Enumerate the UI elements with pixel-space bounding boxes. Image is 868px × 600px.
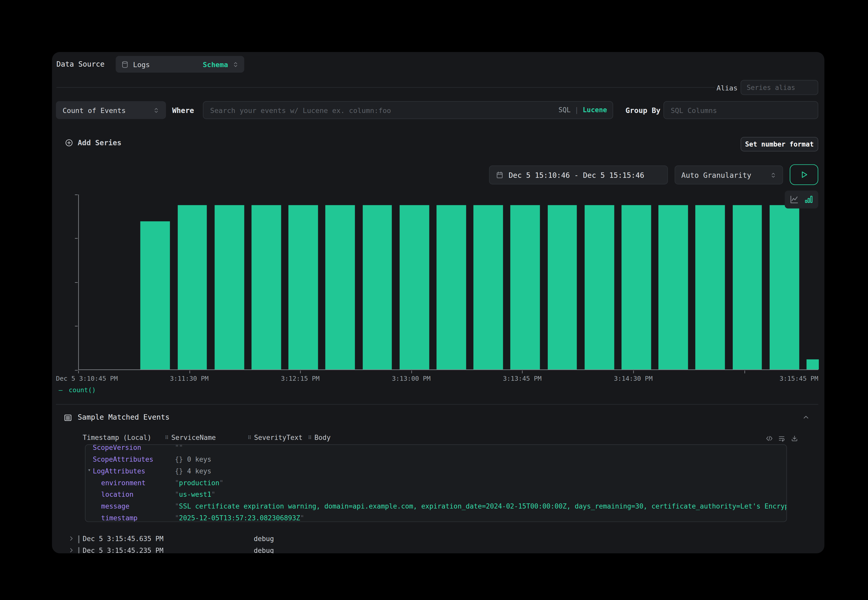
group-by-label: Group By [626, 106, 660, 115]
expand-triangle-icon[interactable]: ▾ [88, 467, 91, 473]
alias-divider [56, 87, 715, 88]
column-header-body[interactable]: ⠿Body [308, 434, 330, 442]
line-chart-icon[interactable] [790, 195, 799, 204]
section-divider [56, 404, 818, 405]
data-source-select[interactable]: Logs Schema [116, 56, 244, 73]
json-value: {} 4 keys [175, 467, 211, 475]
chart-bar [177, 205, 207, 370]
sql-toggle[interactable]: SQL [559, 106, 571, 114]
event-timestamp: Dec 5 3:15:45.635 PM [83, 535, 164, 543]
chart-legend: — count() [59, 386, 96, 394]
legend-dash: — [59, 386, 62, 394]
group-by-input[interactable]: SQL Columns [663, 101, 818, 119]
chevrons-updown-icon [770, 171, 776, 179]
x-axis-tick-label: 3:13:45 PM [503, 374, 542, 382]
chart-bar [806, 360, 819, 370]
x-axis-tick-mark [411, 370, 412, 373]
y-axis-tick-mark [75, 282, 78, 283]
sample-matched-events-title: Sample Matched Events [78, 413, 170, 421]
chart-bar [621, 205, 651, 370]
json-detail-row[interactable]: ScopeVersion"" [86, 444, 786, 454]
expanded-log-attributes-panel: ScopeVersion""ScopeAttributes{} 0 keys▾L… [85, 444, 787, 522]
bar-chart-icon[interactable] [804, 195, 813, 204]
chart-bar [251, 205, 281, 370]
drag-handle-icon[interactable]: ⠿ [247, 435, 251, 440]
where-label: Where [172, 106, 194, 115]
json-key[interactable]: location [101, 491, 133, 498]
y-axis-tick-mark [75, 370, 78, 370]
chart-bar [399, 205, 429, 370]
chart-bar [436, 205, 466, 370]
x-axis-tick-mark [300, 370, 301, 373]
string-value: production [179, 479, 220, 487]
add-series-button[interactable]: Add Series [65, 139, 121, 147]
set-number-format-button[interactable]: Set number format [741, 137, 818, 152]
json-value: "SSL certificate expiration warning, dom… [175, 502, 787, 510]
chart-bar [473, 205, 503, 370]
time-range-value: Dec 5 15:10:46 - Dec 5 15:15:46 [509, 171, 644, 179]
column-header-severitytext[interactable]: ⠿SeverityText [247, 434, 302, 442]
aggregate-value: Count of Events [62, 106, 126, 114]
run-query-button[interactable] [790, 164, 818, 185]
json-detail-row[interactable]: location"us-west1" [86, 489, 786, 502]
json-key[interactable]: message [101, 502, 129, 510]
chevrons-updown-icon [153, 106, 159, 114]
x-axis-tick-mark [744, 370, 745, 373]
json-detail-row[interactable]: timestamp"2025-12-05T13:57:23.082306893Z… [86, 513, 786, 522]
language-toggle-divider: | [575, 106, 579, 114]
wrap-text-icon[interactable] [778, 435, 785, 442]
page: Data Source Logs Schema Alias Series ali… [0, 0, 868, 600]
chevron-right-icon[interactable] [68, 547, 74, 553]
chevrons-updown-icon [233, 61, 239, 68]
json-key[interactable]: ScopeVersion [93, 444, 141, 452]
event-row[interactable]: Dec 5 3:15:45.235 PMdebug [52, 545, 824, 553]
search-input[interactable]: Search your events w/ Lucene ex. column:… [203, 101, 613, 119]
chart-bar [140, 221, 170, 370]
event-row[interactable]: Dec 5 3:15:45.635 PMdebug [52, 533, 824, 545]
x-axis-tick-label: 3:11:30 PM [170, 374, 209, 382]
collapse-section-chevron-up-icon[interactable] [802, 414, 810, 421]
x-axis-tick-mark [189, 370, 190, 373]
drag-handle-icon[interactable]: ⠿ [308, 435, 312, 440]
granularity-select[interactable]: Auto Granularity [674, 165, 783, 185]
calendar-icon [496, 171, 504, 179]
time-range-picker[interactable]: Dec 5 15:10:46 - Dec 5 15:15:46 [489, 165, 668, 185]
y-axis-tick-mark [75, 238, 78, 238]
chart-type-toggle [785, 191, 818, 209]
legend-series-label: count() [69, 386, 96, 394]
chart-bar [695, 205, 725, 370]
json-detail-row[interactable]: ScopeAttributes{} 0 keys [86, 455, 786, 466]
schema-link[interactable]: Schema [203, 60, 228, 69]
x-axis-tick-mark [78, 370, 79, 373]
series-alias-input[interactable]: Series alias [741, 80, 818, 95]
json-key[interactable]: environment [101, 479, 145, 487]
json-value: "us-west1" [175, 491, 215, 498]
data-source-value: Logs [133, 60, 150, 69]
language-toggle[interactable]: SQL | Lucene [559, 106, 607, 114]
chart-bar [585, 205, 614, 370]
json-key[interactable]: ScopeAttributes [93, 456, 153, 464]
column-header-label: Timestamp (Local) [83, 434, 151, 442]
string-value: 2025-12-05T13:57:23.082306893Z [179, 514, 300, 522]
granularity-value: Auto Granularity [681, 171, 751, 179]
code-icon[interactable] [766, 435, 773, 442]
series-alias-placeholder: Series alias [747, 83, 795, 91]
download-icon[interactable] [791, 435, 798, 442]
json-detail-row[interactable]: message"SSL certificate expiration warni… [86, 502, 786, 513]
x-axis-tick-mark [522, 370, 523, 373]
chevron-right-icon[interactable] [68, 535, 74, 542]
braces-icon: {} [175, 467, 183, 475]
column-header-timestamp-local-[interactable]: Timestamp (Local) [83, 434, 151, 442]
json-key[interactable]: timestamp [101, 514, 138, 522]
json-detail-row[interactable]: ▾LogAttributes{} 4 keys [86, 466, 786, 478]
event-severity: debug [254, 535, 274, 543]
column-header-servicename[interactable]: ⠿ServiceName [165, 434, 216, 442]
json-key[interactable]: LogAttributes [93, 467, 145, 475]
lucene-toggle[interactable]: Lucene [583, 106, 607, 114]
aggregate-select[interactable]: Count of Events [56, 101, 166, 119]
event-timestamp: Dec 5 3:15:45.235 PM [83, 547, 164, 553]
play-icon [800, 170, 808, 179]
drag-handle-icon[interactable]: ⠿ [165, 435, 168, 440]
severity-indicator-bar [78, 535, 79, 543]
json-detail-row[interactable]: environment"production" [86, 478, 786, 489]
